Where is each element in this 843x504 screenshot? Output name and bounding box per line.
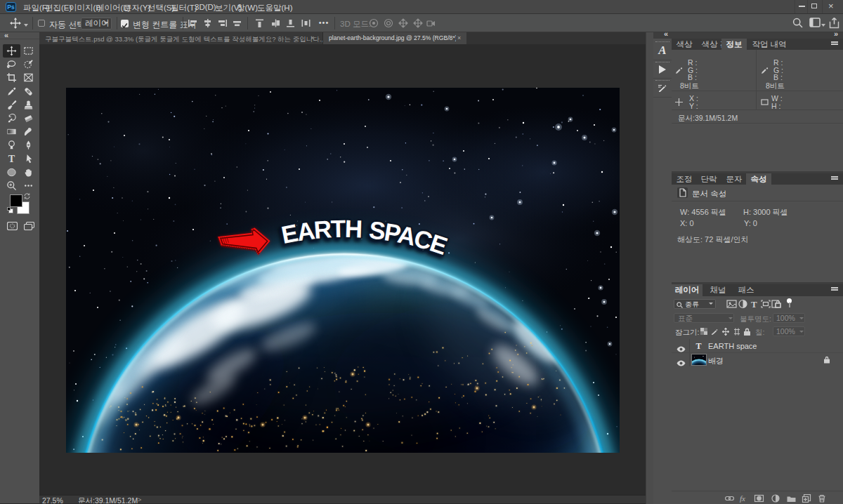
- svg-text:T: T: [8, 154, 15, 164]
- svg-text:T: T: [751, 299, 757, 309]
- svg-text:fx: fx: [740, 494, 745, 503]
